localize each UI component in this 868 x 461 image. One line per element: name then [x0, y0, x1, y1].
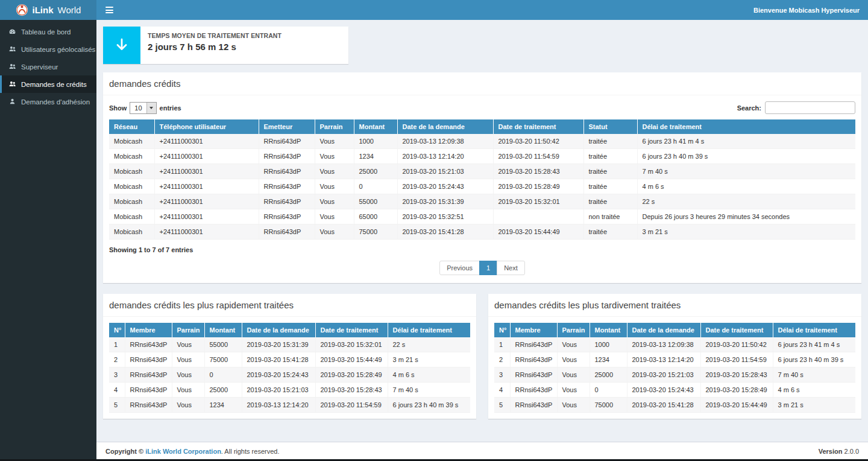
table-cell: 7 m 40 s — [388, 383, 470, 398]
column-header[interactable]: Membre — [510, 323, 557, 337]
table-cell: 1 — [109, 337, 125, 352]
table-cell: 25000 — [354, 164, 397, 179]
table-cell: 6 jours 23 h 40 m 39 s — [773, 352, 855, 367]
table-cell: Vous — [557, 337, 590, 352]
table-cell: 25000 — [590, 367, 627, 383]
column-header[interactable]: N° — [494, 323, 510, 337]
table-cell: Depuis 26 jours 3 heures 29 minutes 34 s… — [637, 209, 855, 224]
column-header[interactable]: Date de la demande — [397, 119, 493, 134]
column-header[interactable]: N° — [109, 323, 125, 337]
next-page-button[interactable]: Next — [497, 261, 525, 275]
table-row: Mobicash+24111000301RRnsi643dPVous123420… — [109, 149, 855, 164]
users-icon — [8, 63, 16, 71]
table-cell: 2019-03-20 15:28:49 — [315, 367, 388, 383]
entries-label: entries — [160, 104, 181, 112]
company-link[interactable]: iLink World Corporation — [145, 448, 221, 455]
table-cell: 3 — [494, 367, 510, 383]
table-cell: RRnsi643dP — [125, 337, 172, 352]
column-header[interactable]: Date de traitement — [700, 323, 773, 337]
table-cell: 2019-03-20 11:54:59 — [700, 352, 773, 367]
brand-logo-area[interactable]: iLink World — [0, 0, 96, 20]
table-row: 4RRnsi643dPVous02019-03-20 15:24:432019-… — [494, 383, 855, 398]
column-header[interactable]: Parrain — [557, 323, 590, 337]
table-cell: 4 m 6 s — [773, 383, 855, 398]
table-header-row: N°MembreParrainMontantDate de la demande… — [494, 323, 855, 337]
credit-requests-table: RéseauTéléphone utilisateurEmetteurParra… — [109, 119, 855, 240]
column-header[interactable]: Date de traitement — [493, 119, 583, 134]
table-cell: 2019-03-20 15:44:49 — [493, 224, 583, 240]
credit-requests-panel: demandes crédits Show 10 entries — [103, 72, 861, 283]
previous-page-button[interactable]: Previous — [439, 261, 480, 275]
table-cell: +24111000301 — [154, 149, 259, 164]
table-row: Mobicash+24111000301RRnsi643dPVous750002… — [109, 224, 855, 240]
table-cell: Vous — [557, 383, 590, 398]
column-header[interactable]: Réseau — [109, 119, 154, 134]
column-header[interactable]: Statut — [583, 119, 637, 134]
table-header-row: RéseauTéléphone utilisateurEmetteurParra… — [109, 119, 855, 134]
table-cell: Vous — [315, 134, 354, 149]
table-cell: Vous — [557, 367, 590, 383]
table-cell: 75000 — [590, 398, 627, 413]
column-header[interactable]: Membre — [125, 323, 172, 337]
search-control: Search: — [737, 101, 855, 114]
table-cell: 4 m 6 s — [388, 367, 470, 383]
table-cell: Mobicash — [109, 149, 154, 164]
table-cell: Mobicash — [109, 209, 154, 224]
column-header[interactable]: Délai de traitement — [637, 119, 855, 134]
table-cell: 2019-03-20 15:28:43 — [315, 383, 388, 398]
table-cell: 2019-03-20 11:54:59 — [315, 398, 388, 413]
table-cell: +24111000301 — [154, 224, 259, 240]
table-cell: traitée — [583, 194, 637, 209]
table-cell: 1 — [494, 337, 510, 352]
column-header[interactable]: Parrain — [172, 323, 204, 337]
table-cell: Vous — [172, 352, 204, 367]
table-cell: 2019-03-20 15:21:03 — [627, 367, 700, 383]
table-cell: 2019-03-20 15:32:51 — [397, 209, 493, 224]
column-header[interactable]: Montant — [590, 323, 627, 337]
table-row: 3RRnsi643dPVous250002019-03-20 15:21:032… — [494, 367, 855, 383]
table-cell: 7 m 40 s — [773, 367, 855, 383]
table-cell: 0 — [204, 367, 242, 383]
table-row: 3RRnsi643dPVous02019-03-20 15:24:432019-… — [109, 367, 470, 383]
sidebar-item-superviseur[interactable]: Superviseur — [0, 58, 96, 75]
column-header[interactable]: Montant — [204, 323, 242, 337]
sidebar-item-utilisateurs-geolocalises[interactable]: Utilisateurs géolocalisés — [0, 40, 96, 58]
sidebar-item-demandes-de-credits[interactable]: Demandes de crédits — [0, 75, 96, 93]
version-label: Version — [819, 448, 843, 455]
column-header[interactable]: Délai de traitement — [388, 323, 470, 337]
column-header[interactable]: Téléphone utilisateur — [154, 119, 259, 134]
column-header[interactable]: Date de la demande — [627, 323, 700, 337]
column-header[interactable]: Date de traitement — [315, 323, 388, 337]
table-cell: 6 jours 23 h 41 m 4 s — [773, 337, 855, 352]
sidebar-item-tableau-de-bord[interactable]: Tableau de bord — [0, 23, 96, 40]
table-cell: 2019-03-20 15:24:43 — [242, 367, 315, 383]
page-1-button[interactable]: 1 — [479, 261, 497, 275]
column-header[interactable]: Date de la demande — [242, 323, 315, 337]
sidebar-item-label: Demandes d'adhésion — [21, 98, 90, 106]
table-cell: 2019-03-13 12:09:38 — [397, 134, 493, 149]
users-icon — [8, 45, 16, 53]
table-cell: Mobicash — [109, 194, 154, 209]
table-row: Mobicash+24111000301RRnsi643dPVous02019-… — [109, 179, 855, 194]
column-header[interactable]: Parrain — [315, 119, 354, 134]
column-header[interactable]: Montant — [354, 119, 397, 134]
column-header[interactable]: Délai de traitement — [773, 323, 855, 337]
table-row: Mobicash+24111000301RRnsi643dPVous650002… — [109, 209, 855, 224]
search-input[interactable] — [765, 101, 855, 114]
copyright-prefix: Copyright © — [105, 448, 143, 455]
page-length-select[interactable]: 10 — [130, 102, 156, 114]
table-cell: 6 jours 23 h 40 m 39 s — [388, 398, 470, 413]
column-header[interactable]: Emetteur — [259, 119, 315, 134]
panel-title: demandes crédits — [103, 72, 861, 95]
copyright-suffix: . All rights reserved. — [221, 448, 280, 455]
table-cell: 2019-03-20 15:41:28 — [397, 224, 493, 240]
table-cell: 2019-03-20 15:31:39 — [397, 194, 493, 209]
table-cell: 2019-03-20 15:28:49 — [493, 179, 583, 194]
table-cell: Vous — [315, 194, 354, 209]
table-cell: 2019-03-20 15:24:43 — [627, 383, 700, 398]
table-cell: RRnsi643dP — [125, 352, 172, 367]
sidebar-toggle-button[interactable] — [96, 0, 122, 20]
table-cell: RRnsi643dP — [510, 367, 557, 383]
sidebar-item-demandes-adhesion[interactable]: Demandes d'adhésion — [0, 93, 96, 110]
version-text: Version 2.0.0 — [819, 448, 859, 455]
